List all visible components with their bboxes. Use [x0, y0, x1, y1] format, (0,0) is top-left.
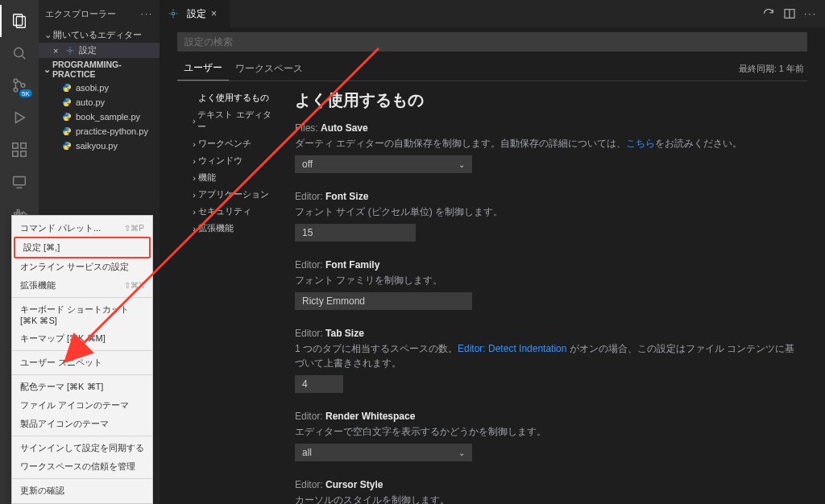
separator — [12, 297, 152, 298]
ctx-item[interactable]: キーマップ [⌘K ⌘M] — [12, 329, 152, 348]
toc-item[interactable]: ›機能 — [180, 169, 279, 186]
link[interactable]: こちら — [626, 138, 655, 149]
chevron-right-icon: › — [190, 173, 198, 183]
close-icon[interactable]: × — [211, 8, 222, 19]
run-last-icon[interactable] — [762, 7, 775, 20]
svg-rect-17 — [17, 210, 19, 213]
toc-item[interactable]: ›ウィンドウ — [180, 152, 279, 169]
ab-run[interactable] — [0, 101, 39, 134]
chevron-down-icon: ⌄ — [42, 64, 52, 74]
chevron-down-icon: ⌄ — [458, 448, 465, 457]
chevron-down-icon: ⌄ — [42, 30, 53, 40]
split-editor-icon[interactable] — [783, 7, 796, 20]
close-icon[interactable]: × — [53, 46, 64, 56]
renderws-select[interactable]: all⌄ — [295, 444, 472, 461]
scope-user[interactable]: ユーザー — [177, 56, 229, 81]
ctx-item[interactable]: サインインして設定を同期する — [12, 439, 152, 457]
chevron-right-icon: › — [190, 139, 198, 149]
ctx-item[interactable]: 製品アイコンのテーマ — [12, 415, 152, 433]
link[interactable]: Editor: Detect Indentation — [458, 343, 566, 354]
tree-item[interactable]: practice-python.py — [39, 124, 160, 138]
tab-settings[interactable]: 設定 × — [160, 0, 231, 27]
ctx-item[interactable]: キーボード ショートカット [⌘K ⌘S] — [12, 300, 152, 329]
ctx-item[interactable]: 更新の確認 — [12, 481, 152, 500]
workspace-folder[interactable]: ⌄ PROGRAMMING-PRACTICE — [39, 58, 160, 81]
ctx-item[interactable]: ワークスペースの信頼を管理 — [12, 457, 152, 476]
setting-autosave: Files: Auto Save ダーティ エディターの自動保存を制御します。自… — [295, 122, 799, 173]
svg-point-5 — [14, 88, 18, 92]
fontsize-input[interactable]: 15 — [295, 224, 416, 242]
svg-rect-12 — [14, 177, 26, 185]
settings-search-input[interactable] — [177, 32, 807, 52]
settings-file-icon — [64, 45, 76, 56]
settings-toc: よく使用するもの›テキスト エディター›ワークベンチ›ウィンドウ›機能›アプリケ… — [177, 81, 282, 504]
svg-marker-7 — [15, 113, 24, 123]
ctx-item[interactable]: ユーザー スニペット — [12, 353, 152, 372]
toc-item[interactable]: ›拡張機能 — [180, 220, 279, 237]
svg-rect-11 — [21, 151, 26, 156]
scope-workspace[interactable]: ワークスペース — [229, 57, 309, 81]
svg-line-3 — [22, 56, 25, 59]
ctx-item[interactable]: 設定 [⌘,] — [14, 237, 151, 258]
ab-extensions[interactable] — [0, 134, 39, 166]
open-editor-item[interactable]: × 設定 — [39, 43, 160, 58]
tree-item[interactable]: auto.py — [39, 95, 160, 109]
svg-point-2 — [15, 48, 23, 57]
svg-rect-1 — [16, 17, 25, 28]
chevron-right-icon: › — [190, 116, 197, 126]
setting-cursor: Editor: Cursor Style カーソルのスタイルを制御します。 li… — [295, 479, 799, 504]
ab-scm[interactable]: 5K — [0, 69, 39, 101]
tab-bar: 設定 × ··· — [160, 0, 825, 27]
python-file-icon — [61, 111, 73, 122]
svg-rect-9 — [21, 143, 26, 148]
settings-file-icon — [168, 8, 179, 19]
chevron-right-icon: › — [190, 207, 198, 217]
ab-remote[interactable] — [0, 166, 39, 198]
chevron-right-icon: › — [190, 224, 198, 233]
setting-renderws: Editor: Render Whitespace エディターで空白文字を表示す… — [295, 411, 799, 461]
separator — [12, 374, 152, 375]
ab-explorer[interactable] — [0, 5, 39, 37]
python-file-icon — [61, 140, 73, 151]
tree-item[interactable]: asobi.py — [39, 81, 160, 95]
svg-point-23 — [172, 12, 175, 15]
svg-rect-8 — [13, 143, 18, 148]
ctx-item[interactable]: ファイル アイコンのテーマ — [12, 396, 152, 415]
chevron-down-icon: ⌄ — [458, 160, 465, 169]
scm-badge: 5K — [19, 89, 32, 97]
more-icon[interactable]: ··· — [141, 9, 153, 19]
ctx-item[interactable]: コマンド パレット...⇧⌘P — [12, 219, 152, 238]
tree-item[interactable]: saikyou.py — [39, 138, 160, 153]
more-icon[interactable]: ··· — [804, 8, 817, 19]
svg-point-4 — [14, 79, 18, 83]
toc-item[interactable]: ›ワークベンチ — [180, 135, 279, 152]
toc-item[interactable]: よく使用するもの — [180, 89, 279, 106]
svg-point-6 — [21, 84, 25, 88]
chevron-right-icon: › — [190, 156, 198, 166]
svg-rect-10 — [13, 151, 18, 156]
chevron-right-icon: › — [190, 190, 198, 200]
python-file-icon — [61, 97, 73, 108]
settings-context-menu: コマンド パレット...⇧⌘P設定 [⌘,]オンライン サービスの設定拡張機能⇧… — [11, 215, 153, 504]
fontfamily-input[interactable]: Ricty Emmond — [295, 292, 472, 310]
python-file-icon — [61, 126, 73, 137]
open-editors-section[interactable]: ⌄ 開いているエディター — [39, 27, 160, 43]
ctx-item[interactable]: 配色テーマ [⌘K ⌘T] — [12, 378, 152, 396]
svg-point-22 — [69, 49, 72, 52]
tree-item[interactable]: book_sample.py — [39, 109, 160, 124]
ctx-item[interactable]: 拡張機能⇧⌘X — [12, 276, 152, 295]
svg-rect-0 — [14, 14, 23, 26]
toc-item[interactable]: ›テキスト エディター — [180, 106, 279, 135]
settings-heading: よく使用するもの — [295, 89, 799, 111]
tabsize-input[interactable]: 4 — [295, 375, 343, 393]
separator — [12, 436, 152, 436]
ctx-item[interactable]: オンライン サービスの設定 — [12, 258, 152, 276]
editor-area: 設定 × ··· ユーザー ワークスペース 最終同期: 1 年前 よく使用するも… — [160, 0, 825, 504]
setting-fontfamily: Editor: Font Family フォント ファミリを制御します。 Ric… — [295, 259, 799, 310]
toc-item[interactable]: ›セキュリティ — [180, 203, 279, 220]
ab-search[interactable] — [0, 37, 39, 69]
autosave-select[interactable]: off⌄ — [295, 155, 472, 173]
toc-item[interactable]: ›アプリケーション — [180, 186, 279, 203]
python-file-icon — [61, 82, 73, 93]
setting-tabsize: Editor: Tab Size 1 つのタブに相当するスペースの数。Edito… — [295, 328, 799, 393]
